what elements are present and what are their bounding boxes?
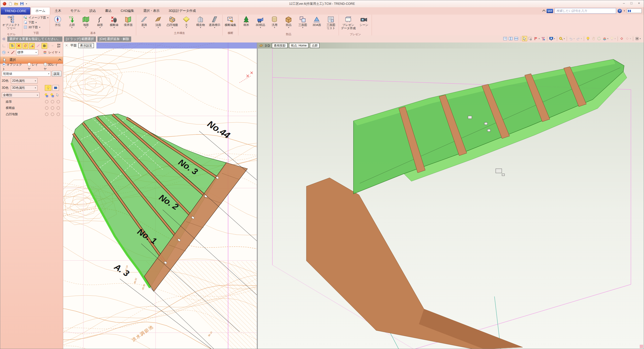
slash-x-button[interactable]	[29, 43, 35, 49]
ribbon-button-土[interactable]: 土▼	[180, 15, 193, 29]
tab-書込[interactable]: 書込	[100, 7, 116, 15]
ribbon-button-道路標示[interactable]: 道路標示▼	[208, 15, 221, 29]
tab-読込[interactable]: 読込	[85, 7, 100, 15]
help-dropdown-icon[interactable]: ▼	[623, 10, 625, 12]
plan-view-canvas[interactable]: No.44No. 3No. 2No. 1A. 3洪水調節池-87.04-86.9…	[63, 42, 257, 349]
tab-選択・表示[interactable]: 選択・表示	[139, 7, 164, 15]
arrow-faded-button[interactable]	[50, 43, 55, 49]
pan-hand-button[interactable]	[591, 36, 596, 41]
search-input[interactable]	[555, 8, 616, 14]
tape-measure-button[interactable]: ▼	[559, 36, 565, 41]
save-file-icon[interactable]	[20, 2, 24, 6]
ribbon-button-イメージ下図[interactable]: イメージ下図▼	[23, 16, 49, 20]
grid-hash-button[interactable]	[42, 43, 47, 49]
ribbon-button-部品[interactable]: 部品▼	[282, 15, 295, 29]
3d-view-canvas[interactable]	[258, 42, 644, 349]
close-button[interactable]: ×	[635, 0, 643, 6]
ribbon-button-汎用[interactable]: 汎用▼	[268, 15, 281, 29]
type-radio[interactable]	[51, 106, 54, 110]
color3d-select[interactable]: 3D色属性▼	[11, 85, 38, 91]
open-file-icon[interactable]	[14, 2, 18, 6]
display-color-toggle[interactable]	[52, 85, 59, 91]
corner-snap-button[interactable]	[1, 43, 7, 49]
type-radio[interactable]	[51, 113, 54, 116]
bulb-3d-icon[interactable]: 3D	[50, 93, 54, 97]
preset-select[interactable]: 初期値▼	[2, 71, 51, 76]
color2d-select[interactable]: 2D色属性▼	[11, 78, 38, 83]
minimize-button[interactable]: –	[620, 0, 628, 6]
type-radio[interactable]	[57, 113, 60, 116]
list-view-button[interactable]	[503, 36, 508, 41]
style-preset-select[interactable]: 標準▼	[16, 50, 38, 55]
expand-red-button[interactable]: ▼	[625, 36, 631, 41]
undo-button[interactable]: ▼	[568, 36, 575, 41]
help-icon[interactable]: ?	[618, 9, 622, 13]
plan-view-tab[interactable]: 平面	[70, 43, 77, 48]
tab-3D設計データ作成[interactable]: 3D設計データ作成	[164, 7, 200, 15]
pink-line-button[interactable]	[35, 43, 41, 49]
ribbon-button-オブジェクトツリー[interactable]: オブジェクト ツリー	[1, 15, 21, 32]
new-file-icon[interactable]	[8, 2, 13, 6]
qat-customize-icon[interactable]: ▼	[25, 3, 27, 5]
settings-button[interactable]: 設定	[52, 71, 61, 76]
split-vertical-button[interactable]	[508, 36, 513, 41]
info-monitor-button[interactable]: ▼	[549, 36, 555, 41]
mode-radio-オブジェクト[interactable]: オブジェクト	[2, 63, 25, 71]
select-cursor-button[interactable]	[522, 36, 527, 41]
ribbon-button-横断編集[interactable]: 横断編集	[224, 15, 237, 29]
collapse-panel-icon[interactable]	[58, 59, 61, 62]
ribbon-button-地形[interactable]: 地形▼	[79, 15, 93, 29]
ribbon-button-三面図リスト[interactable]: 三面図 リスト	[324, 15, 338, 32]
ribbon-button-構造物[interactable]: 構造物▼	[194, 15, 207, 29]
split-horizontal-button[interactable]	[514, 36, 519, 41]
ribbon-button-3DA面[interactable]: 3DA面	[310, 15, 324, 29]
nav-back-icon[interactable]	[2, 37, 6, 41]
x-delete-button[interactable]	[16, 43, 22, 49]
type-radio[interactable]	[45, 106, 48, 110]
tab-土木[interactable]: 土木	[50, 7, 66, 15]
history-icon[interactable]	[1, 50, 7, 55]
visibility-bulb-toggle[interactable]	[45, 85, 51, 91]
refresh-button[interactable]	[597, 36, 601, 41]
ribbon-button-シーン[interactable]: シーン	[357, 15, 371, 29]
cursor-sm-icon[interactable]	[56, 93, 59, 97]
ribbon-button-凸凹地盤[interactable]: 13凸凹地盤▼	[165, 15, 179, 29]
viewpoint-button[interactable]: 視点: Home	[289, 43, 308, 48]
3d-view-tab[interactable]: 3 D	[265, 44, 270, 48]
type-radio[interactable]	[45, 100, 48, 103]
ribbon-button-方位[interactable]: 方位	[51, 15, 64, 29]
ribbon-button-点群[interactable]: 点群▼	[65, 15, 79, 29]
layers-edit-button[interactable]: ▼	[602, 36, 609, 41]
type-radio[interactable]	[57, 106, 60, 110]
ribbon-button-線形[interactable]: 線形▼	[93, 15, 107, 29]
diamond-line-button[interactable]	[22, 43, 28, 49]
dxdy-toggle[interactable]: DX DY	[57, 43, 60, 48]
ribbon-button-法面[interactable]: 法面▼	[151, 15, 165, 29]
ribbon-button-プレゼンデータ作成[interactable]: プレゼン データ作成	[340, 15, 356, 32]
ribbon-button-境界面[interactable]: 境界面	[121, 15, 135, 29]
bulb-2d-icon[interactable]: 2D	[44, 93, 48, 97]
type-filter-select[interactable]: 全種別▼	[2, 92, 40, 98]
plan-view-pane[interactable]: No.44No. 3No. 2No. 1A. 3洪水調節池-87.04-86.9…	[63, 42, 257, 349]
type-radio[interactable]	[57, 100, 60, 103]
3d-view-pane[interactable]: 3 D 透視投影 視点: Home 点群	[258, 42, 644, 349]
projection-button[interactable]: 透視投影	[272, 43, 288, 48]
ribbon-button-三面図[interactable]: 三面図▼	[296, 15, 309, 29]
bulb-button[interactable]	[586, 36, 590, 41]
layer-menu-label[interactable]: レイヤ	[48, 50, 58, 55]
mode-radio-レイヤ[interactable]: レイヤ	[27, 63, 41, 71]
bulb-ghost-button[interactable]: ▼	[610, 36, 616, 41]
mode-radio-3Dレイヤ[interactable]: 3Dレイヤ	[44, 63, 61, 71]
ribbon-button-3D下図[interactable]: 3D下図▼	[23, 25, 49, 29]
display-settings-button[interactable]: 表示設定	[78, 43, 94, 48]
maximize-button[interactable]: □	[628, 0, 635, 6]
ribbon-button-道路[interactable]: 道路▼	[137, 15, 151, 29]
app-menu-button[interactable]: TREND-CORE	[1, 7, 30, 15]
ribbon-button-樹木[interactable]: 樹木	[239, 15, 253, 29]
funnel-filter-button[interactable]	[541, 36, 546, 41]
ribbon-button-下図[interactable]: 下図▼	[23, 20, 49, 24]
collapse-ribbon-icon[interactable]	[542, 10, 546, 13]
pointcloud-button[interactable]: 点群	[310, 43, 319, 48]
type-radio[interactable]	[51, 100, 54, 103]
shrink-red-button[interactable]	[619, 36, 624, 41]
